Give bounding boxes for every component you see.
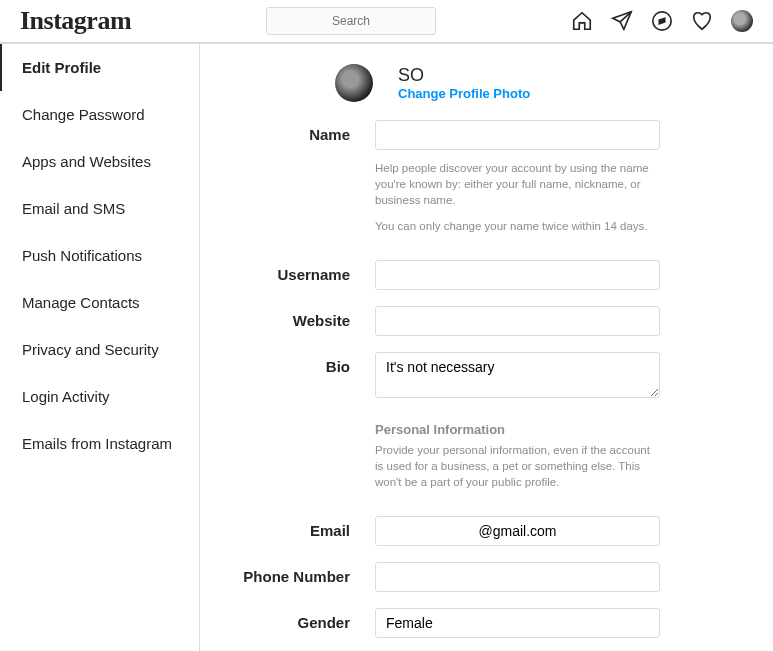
row-phone: Phone Number — [240, 562, 733, 592]
profile-username: SO — [398, 65, 530, 86]
search-input[interactable] — [266, 7, 436, 35]
label-username: Username — [240, 260, 375, 290]
input-username[interactable] — [375, 260, 660, 290]
sidebar-item-change-password[interactable]: Change Password — [0, 91, 199, 138]
row-username: Username — [240, 260, 733, 290]
sidebar-item-manage-contacts[interactable]: Manage Contacts — [0, 279, 199, 326]
sidebar-item-login-activity[interactable]: Login Activity — [0, 373, 199, 420]
row-bio: Bio Personal Information Provide your pe… — [240, 352, 733, 499]
sidebar-item-apps-websites[interactable]: Apps and Websites — [0, 138, 199, 185]
settings-content: SO Change Profile Photo Name Help people… — [200, 44, 773, 651]
messages-icon[interactable] — [611, 10, 633, 32]
sidebar-item-email-sms[interactable]: Email and SMS — [0, 185, 199, 232]
settings-sidebar: Edit Profile Change Password Apps and We… — [0, 44, 200, 651]
label-name: Name — [240, 120, 375, 244]
sidebar-item-emails-instagram[interactable]: Emails from Instagram — [0, 420, 199, 467]
row-gender: Gender — [240, 608, 733, 638]
sidebar-item-edit-profile[interactable]: Edit Profile — [0, 44, 199, 91]
help-name: Help people discover your account by usi… — [375, 160, 660, 234]
activity-icon[interactable] — [691, 10, 713, 32]
profile-header-text: SO Change Profile Photo — [398, 65, 530, 101]
instagram-logo[interactable]: Instagram — [20, 6, 131, 36]
row-website: Website — [240, 306, 733, 336]
sidebar-item-push-notifications[interactable]: Push Notifications — [0, 232, 199, 279]
sidebar-item-privacy-security[interactable]: Privacy and Security — [0, 326, 199, 373]
input-website[interactable] — [375, 306, 660, 336]
personal-info-title: Personal Information — [375, 421, 660, 439]
label-phone: Phone Number — [240, 562, 375, 592]
personal-info-section: Personal Information Provide your person… — [375, 421, 660, 489]
label-bio: Bio — [240, 352, 375, 499]
profile-avatar[interactable] — [335, 64, 373, 102]
input-phone[interactable] — [375, 562, 660, 592]
input-name[interactable] — [375, 120, 660, 150]
profile-avatar-nav[interactable] — [731, 10, 753, 32]
profile-header: SO Change Profile Photo — [240, 64, 733, 102]
label-website: Website — [240, 306, 375, 336]
nav-icons — [571, 10, 753, 32]
input-bio[interactable] — [375, 352, 660, 398]
label-gender: Gender — [240, 608, 375, 638]
change-profile-photo-link[interactable]: Change Profile Photo — [398, 86, 530, 101]
row-email: Email — [240, 516, 733, 546]
row-name: Name Help people discover your account b… — [240, 120, 733, 244]
top-nav: Instagram — [0, 0, 773, 43]
svg-marker-2 — [659, 18, 665, 24]
label-email: Email — [240, 516, 375, 546]
explore-icon[interactable] — [651, 10, 673, 32]
home-icon[interactable] — [571, 10, 593, 32]
settings-container: Edit Profile Change Password Apps and We… — [0, 43, 773, 651]
input-email[interactable] — [375, 516, 660, 546]
input-gender[interactable] — [375, 608, 660, 638]
search-wrap — [266, 7, 436, 35]
